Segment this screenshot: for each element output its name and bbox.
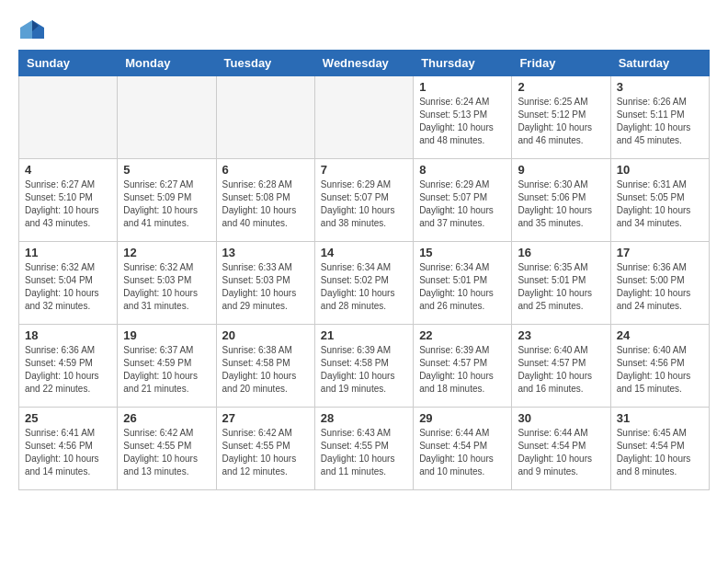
calendar-cell: 13Sunrise: 6:33 AM Sunset: 5:03 PM Dayli… — [216, 242, 314, 325]
day-info: Sunrise: 6:41 AM Sunset: 4:56 PM Dayligh… — [25, 427, 111, 478]
day-info: Sunrise: 6:42 AM Sunset: 4:55 PM Dayligh… — [123, 427, 210, 478]
day-number: 20 — [222, 328, 309, 342]
week-row-5: 25Sunrise: 6:41 AM Sunset: 4:56 PM Dayli… — [19, 408, 710, 490]
day-header-friday: Friday — [512, 51, 610, 76]
header — [18, 18, 710, 40]
week-row-3: 11Sunrise: 6:32 AM Sunset: 5:04 PM Dayli… — [19, 242, 710, 325]
day-info: Sunrise: 6:27 AM Sunset: 5:09 PM Dayligh… — [123, 178, 210, 230]
calendar-cell: 11Sunrise: 6:32 AM Sunset: 5:04 PM Dayli… — [19, 242, 118, 325]
calendar-cell: 30Sunrise: 6:44 AM Sunset: 4:54 PM Dayli… — [512, 408, 610, 490]
day-info: Sunrise: 6:28 AM Sunset: 5:08 PM Dayligh… — [222, 178, 309, 230]
day-header-saturday: Saturday — [610, 51, 709, 76]
week-row-1: 1Sunrise: 6:24 AM Sunset: 5:13 PM Daylig… — [19, 76, 710, 159]
calendar-cell — [118, 76, 216, 159]
day-number: 26 — [123, 411, 210, 425]
day-number: 11 — [25, 246, 111, 259]
day-number: 17 — [617, 246, 703, 259]
calendar-cell — [314, 76, 413, 159]
logo-icon — [18, 18, 46, 40]
calendar-cell: 18Sunrise: 6:36 AM Sunset: 4:59 PM Dayli… — [19, 325, 118, 408]
day-number: 5 — [123, 163, 210, 177]
day-info: Sunrise: 6:29 AM Sunset: 5:07 PM Dayligh… — [419, 178, 506, 230]
day-number: 21 — [321, 328, 407, 342]
day-info: Sunrise: 6:39 AM Sunset: 4:57 PM Dayligh… — [419, 344, 506, 396]
day-number: 22 — [419, 328, 506, 342]
day-number: 28 — [321, 411, 407, 425]
day-info: Sunrise: 6:43 AM Sunset: 4:55 PM Dayligh… — [321, 427, 407, 478]
day-info: Sunrise: 6:32 AM Sunset: 5:04 PM Dayligh… — [25, 261, 111, 313]
day-number: 10 — [617, 163, 703, 177]
day-info: Sunrise: 6:27 AM Sunset: 5:10 PM Dayligh… — [25, 178, 111, 230]
calendar-cell: 29Sunrise: 6:44 AM Sunset: 4:54 PM Dayli… — [414, 408, 512, 490]
svg-marker-1 — [20, 20, 32, 39]
day-number: 18 — [25, 328, 111, 342]
day-number: 13 — [222, 246, 309, 259]
day-number: 1 — [419, 80, 506, 94]
day-info: Sunrise: 6:30 AM Sunset: 5:06 PM Dayligh… — [518, 178, 604, 230]
day-info: Sunrise: 6:33 AM Sunset: 5:03 PM Dayligh… — [222, 261, 309, 313]
day-header-thursday: Thursday — [414, 51, 512, 76]
day-number: 9 — [518, 163, 604, 177]
day-info: Sunrise: 6:31 AM Sunset: 5:05 PM Dayligh… — [617, 178, 703, 230]
day-number: 6 — [222, 163, 309, 177]
calendar-cell: 4Sunrise: 6:27 AM Sunset: 5:10 PM Daylig… — [19, 159, 118, 242]
calendar-cell: 1Sunrise: 6:24 AM Sunset: 5:13 PM Daylig… — [414, 76, 512, 159]
day-number: 27 — [222, 411, 309, 425]
day-info: Sunrise: 6:36 AM Sunset: 4:59 PM Dayligh… — [25, 344, 111, 396]
day-info: Sunrise: 6:44 AM Sunset: 4:54 PM Dayligh… — [518, 427, 604, 478]
day-number: 2 — [518, 80, 604, 94]
calendar-cell: 23Sunrise: 6:40 AM Sunset: 4:57 PM Dayli… — [512, 325, 610, 408]
day-header-wednesday: Wednesday — [314, 51, 413, 76]
calendar-cell: 17Sunrise: 6:36 AM Sunset: 5:00 PM Dayli… — [610, 242, 709, 325]
day-info: Sunrise: 6:42 AM Sunset: 4:55 PM Dayligh… — [222, 427, 309, 478]
day-info: Sunrise: 6:26 AM Sunset: 5:11 PM Dayligh… — [617, 96, 703, 147]
day-info: Sunrise: 6:38 AM Sunset: 4:58 PM Dayligh… — [222, 344, 309, 396]
calendar-cell — [19, 76, 118, 159]
day-info: Sunrise: 6:25 AM Sunset: 5:12 PM Dayligh… — [518, 96, 604, 147]
calendar-cell: 7Sunrise: 6:29 AM Sunset: 5:07 PM Daylig… — [314, 159, 413, 242]
calendar-cell: 24Sunrise: 6:40 AM Sunset: 4:56 PM Dayli… — [610, 325, 709, 408]
day-info: Sunrise: 6:35 AM Sunset: 5:01 PM Dayligh… — [518, 261, 604, 313]
day-info: Sunrise: 6:29 AM Sunset: 5:07 PM Dayligh… — [321, 178, 407, 230]
calendar-cell: 3Sunrise: 6:26 AM Sunset: 5:11 PM Daylig… — [610, 76, 709, 159]
week-row-4: 18Sunrise: 6:36 AM Sunset: 4:59 PM Dayli… — [19, 325, 710, 408]
day-info: Sunrise: 6:24 AM Sunset: 5:13 PM Dayligh… — [419, 96, 506, 147]
day-number: 12 — [123, 246, 210, 259]
day-number: 25 — [25, 411, 111, 425]
logo — [18, 18, 50, 40]
calendar: SundayMondayTuesdayWednesdayThursdayFrid… — [18, 50, 710, 490]
calendar-cell: 25Sunrise: 6:41 AM Sunset: 4:56 PM Dayli… — [19, 408, 118, 490]
day-number: 4 — [25, 163, 111, 177]
calendar-cell: 16Sunrise: 6:35 AM Sunset: 5:01 PM Dayli… — [512, 242, 610, 325]
day-info: Sunrise: 6:44 AM Sunset: 4:54 PM Dayligh… — [419, 427, 506, 478]
day-info: Sunrise: 6:36 AM Sunset: 5:00 PM Dayligh… — [617, 261, 703, 313]
calendar-cell: 9Sunrise: 6:30 AM Sunset: 5:06 PM Daylig… — [512, 159, 610, 242]
week-row-2: 4Sunrise: 6:27 AM Sunset: 5:10 PM Daylig… — [19, 159, 710, 242]
day-number: 23 — [518, 328, 604, 342]
calendar-cell: 28Sunrise: 6:43 AM Sunset: 4:55 PM Dayli… — [314, 408, 413, 490]
calendar-cell — [216, 76, 314, 159]
day-header-tuesday: Tuesday — [216, 51, 314, 76]
day-number: 29 — [419, 411, 506, 425]
calendar-cell: 20Sunrise: 6:38 AM Sunset: 4:58 PM Dayli… — [216, 325, 314, 408]
day-header-monday: Monday — [118, 51, 216, 76]
day-info: Sunrise: 6:40 AM Sunset: 4:56 PM Dayligh… — [617, 344, 703, 396]
calendar-cell: 31Sunrise: 6:45 AM Sunset: 4:54 PM Dayli… — [610, 408, 709, 490]
calendar-cell: 6Sunrise: 6:28 AM Sunset: 5:08 PM Daylig… — [216, 159, 314, 242]
header-row: SundayMondayTuesdayWednesdayThursdayFrid… — [19, 51, 710, 76]
calendar-cell: 26Sunrise: 6:42 AM Sunset: 4:55 PM Dayli… — [118, 408, 216, 490]
day-info: Sunrise: 6:32 AM Sunset: 5:03 PM Dayligh… — [123, 261, 210, 313]
day-number: 16 — [518, 246, 604, 259]
calendar-cell: 27Sunrise: 6:42 AM Sunset: 4:55 PM Dayli… — [216, 408, 314, 490]
calendar-cell: 12Sunrise: 6:32 AM Sunset: 5:03 PM Dayli… — [118, 242, 216, 325]
day-number: 24 — [617, 328, 703, 342]
calendar-cell: 15Sunrise: 6:34 AM Sunset: 5:01 PM Dayli… — [414, 242, 512, 325]
day-number: 19 — [123, 328, 210, 342]
day-number: 7 — [321, 163, 407, 177]
calendar-cell: 5Sunrise: 6:27 AM Sunset: 5:09 PM Daylig… — [118, 159, 216, 242]
day-info: Sunrise: 6:34 AM Sunset: 5:01 PM Dayligh… — [419, 261, 506, 313]
day-info: Sunrise: 6:37 AM Sunset: 4:59 PM Dayligh… — [123, 344, 210, 396]
day-info: Sunrise: 6:39 AM Sunset: 4:58 PM Dayligh… — [321, 344, 407, 396]
calendar-cell: 22Sunrise: 6:39 AM Sunset: 4:57 PM Dayli… — [414, 325, 512, 408]
day-info: Sunrise: 6:45 AM Sunset: 4:54 PM Dayligh… — [617, 427, 703, 478]
